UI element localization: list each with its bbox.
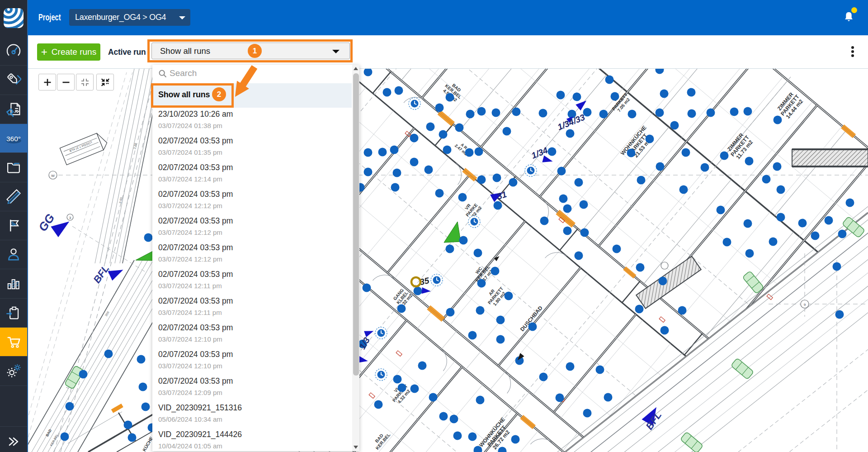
svg-text:W: W [51, 174, 55, 178]
svg-text:9: 9 [804, 303, 806, 307]
svg-text:360°: 360° [6, 135, 21, 143]
svg-text:3: 3 [69, 216, 71, 220]
